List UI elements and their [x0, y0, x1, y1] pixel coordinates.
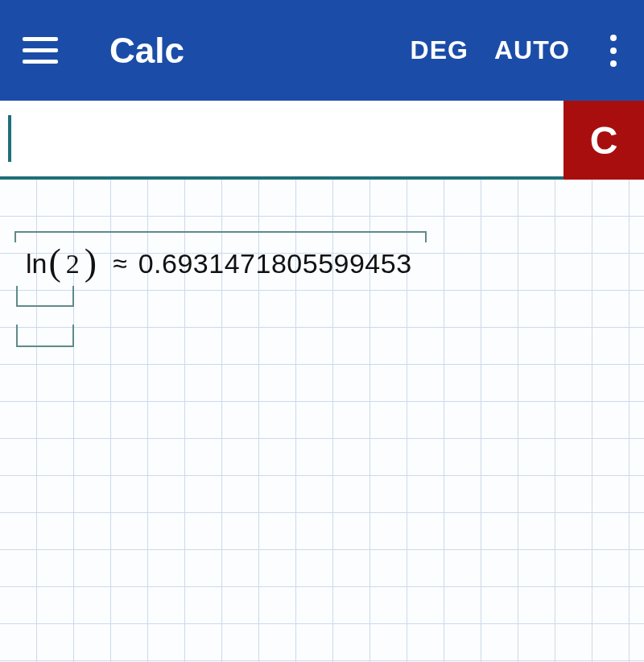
result-expression: ln ( 2 ) ≈ 0.6931471805599453	[14, 231, 427, 295]
app-title: Calc	[109, 31, 184, 71]
result-argument: 2	[63, 249, 83, 279]
cursor-bracket-icon	[16, 325, 74, 347]
angle-mode-button[interactable]: DEG	[398, 29, 481, 72]
precision-mode-button[interactable]: AUTO	[481, 29, 583, 72]
result-area[interactable]: ln ( 2 ) ≈ 0.6931471805599453	[0, 180, 644, 662]
open-paren: (	[47, 241, 62, 283]
menu-icon[interactable]	[23, 31, 61, 70]
expression-input[interactable]	[0, 101, 564, 180]
text-cursor	[8, 115, 11, 162]
app-bar: Calc DEG AUTO	[0, 0, 644, 101]
approx-symbol: ≈	[98, 249, 138, 279]
result-value: 0.6931471805599453	[138, 248, 412, 279]
result-function: ln	[26, 248, 47, 279]
overflow-menu-icon[interactable]	[597, 31, 630, 70]
clear-button[interactable]: C	[564, 101, 644, 180]
close-paren: )	[83, 241, 98, 283]
input-row: C	[0, 101, 644, 180]
cursor-bracket-icon	[16, 286, 74, 307]
